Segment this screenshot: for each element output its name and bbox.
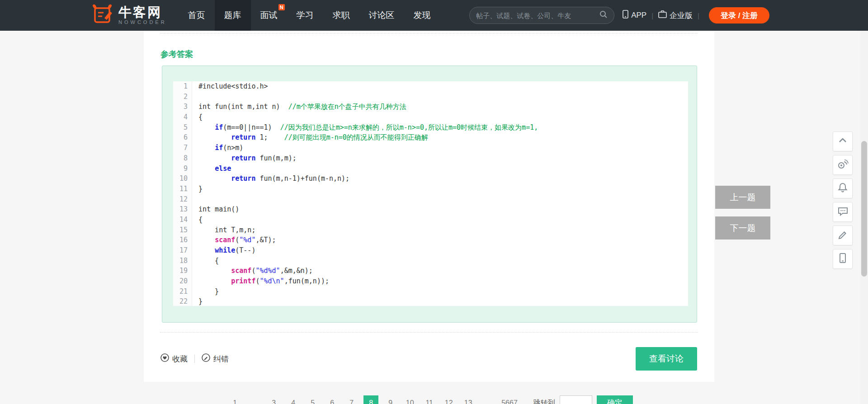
code-line: else — [198, 164, 688, 174]
jump-confirm-button[interactable]: 确定 — [597, 395, 633, 404]
page-button-10[interactable]: 10 — [402, 395, 417, 404]
page-button-4[interactable]: 4 — [286, 395, 301, 404]
code-line: } — [198, 296, 688, 306]
code-line: while(T--) — [198, 245, 688, 256]
line-number: 21 — [173, 287, 188, 297]
page-button-5667[interactable]: 5667 — [500, 395, 519, 404]
code-line: { — [198, 112, 688, 122]
search-input[interactable] — [476, 12, 599, 19]
line-number: 9 — [173, 164, 188, 174]
phone-icon — [623, 10, 628, 21]
code-line: int main() — [198, 204, 688, 215]
section-title: 参考答案 — [160, 49, 193, 60]
new-badge: N — [278, 4, 285, 10]
nav-item-发现[interactable]: 发现 — [404, 0, 440, 31]
nav-item-讨论区[interactable]: 讨论区 — [359, 0, 404, 31]
nav-item-首页[interactable]: 首页 — [179, 0, 215, 31]
code-line: } — [198, 287, 688, 297]
login-register-button[interactable]: 登录 / 注册 — [709, 7, 769, 23]
next-question-button[interactable]: 下一题 — [715, 216, 770, 240]
nav-item-面试[interactable]: 面试N — [251, 0, 287, 31]
jump-page-input[interactable] — [560, 395, 592, 404]
brand-name: 牛客网 — [118, 5, 167, 19]
line-number: 10 — [173, 174, 188, 184]
feedback-chat-button[interactable] — [833, 202, 853, 222]
code-editor: 12345678910111213141516171819202122 #inc… — [173, 81, 688, 306]
line-number: 8 — [173, 153, 188, 164]
line-number: 1 — [173, 81, 188, 92]
code-line: scanf("%d",&T); — [198, 235, 688, 245]
page-list: 1...345678910111213...5667 — [225, 395, 522, 404]
line-number: 15 — [173, 225, 188, 235]
page-button-9[interactable]: 9 — [383, 395, 398, 404]
favorite-label: 收藏 — [172, 354, 188, 364]
line-number: 4 — [173, 112, 188, 122]
page-button-8[interactable]: 8 — [363, 395, 378, 404]
weibo-share-button[interactable] — [833, 155, 853, 175]
mobile-app-button[interactable] — [833, 249, 853, 269]
line-number: 16 — [173, 235, 188, 245]
previous-question-button[interactable]: 上一题 — [715, 186, 770, 209]
code-content: #include<stdio.h> int fun(int m,int n) /… — [192, 81, 688, 306]
search-box[interactable] — [469, 7, 614, 24]
page-button-5[interactable]: 5 — [305, 395, 320, 404]
page-button-1[interactable]: 1 — [227, 395, 242, 404]
favorite-link[interactable]: 收藏 — [160, 353, 188, 364]
page-button-6[interactable]: 6 — [325, 395, 340, 404]
code-line: return fun(m,m); — [198, 153, 688, 164]
mobile-icon — [838, 253, 848, 265]
page-button-11[interactable]: 11 — [422, 395, 437, 404]
code-line: if(n>m) — [198, 143, 688, 153]
code-line: int fun(int m,int n) //m个苹果放在n个盘子中共有几种方法 — [198, 102, 688, 112]
line-number: 3 — [173, 102, 188, 112]
divider: | — [651, 12, 653, 19]
scrollbar-track[interactable] — [860, 31, 868, 404]
nav-item-学习[interactable]: 学习 — [287, 0, 323, 31]
back-to-top-button[interactable] — [833, 132, 853, 151]
code-line — [198, 92, 688, 102]
nowcoder-logo[interactable]: 牛客网 NOWCODER — [90, 4, 167, 27]
scrollbar-thumb[interactable] — [861, 141, 867, 277]
enterprise-link[interactable]: 企业版 — [658, 10, 693, 21]
page-button-12[interactable]: 12 — [441, 395, 456, 404]
answer-code-panel: 12345678910111213141516171819202122 #inc… — [162, 66, 697, 323]
page-ellipsis: ... — [247, 395, 262, 404]
nav-item-求职[interactable]: 求职 — [323, 0, 359, 31]
dotted-divider-bottom — [160, 332, 698, 333]
line-number: 6 — [173, 132, 188, 143]
report-error-label: 纠错 — [213, 354, 229, 364]
line-number: 5 — [173, 122, 188, 133]
page-button-7[interactable]: 7 — [344, 395, 359, 404]
page-button-3[interactable]: 3 — [266, 395, 281, 404]
line-number: 19 — [173, 266, 188, 276]
line-number: 20 — [173, 276, 188, 287]
enterprise-label: 企业版 — [670, 10, 693, 21]
line-number: 14 — [173, 215, 188, 225]
pagination: 1...345678910111213...5667 跳转到 确定 — [144, 395, 714, 404]
line-number: 7 — [173, 143, 188, 153]
view-discussion-button[interactable]: 查看讨论 — [636, 347, 697, 371]
briefcase-icon — [658, 10, 667, 20]
app-link[interactable]: APP — [623, 10, 646, 21]
code-line: if(m==0||n==1) //因为我们总是让m>=n来求解的，所以m-n>=… — [198, 122, 688, 133]
code-line: int T,m,n; — [198, 225, 688, 235]
divider: | — [698, 12, 699, 19]
chevron-up-icon — [837, 135, 848, 148]
search-icon[interactable] — [599, 10, 608, 20]
page-button-13[interactable]: 13 — [461, 395, 476, 404]
weibo-icon — [837, 158, 849, 172]
line-number: 18 — [173, 256, 188, 266]
correction-button[interactable] — [833, 225, 853, 245]
report-error-link[interactable]: 纠错 — [202, 353, 229, 364]
notifications-button[interactable] — [833, 179, 853, 198]
divider — [194, 355, 195, 363]
nav-item-题库[interactable]: 题库 — [215, 0, 251, 31]
line-number: 11 — [173, 184, 188, 194]
jump-to-label: 跳转到 — [533, 395, 555, 404]
line-number: 22 — [173, 296, 188, 306]
code-line: { — [198, 256, 688, 266]
heart-circle-icon — [160, 353, 169, 364]
brand-subtitle: NOWCODER — [118, 19, 167, 25]
line-number: 12 — [173, 194, 188, 205]
code-line — [198, 194, 688, 205]
